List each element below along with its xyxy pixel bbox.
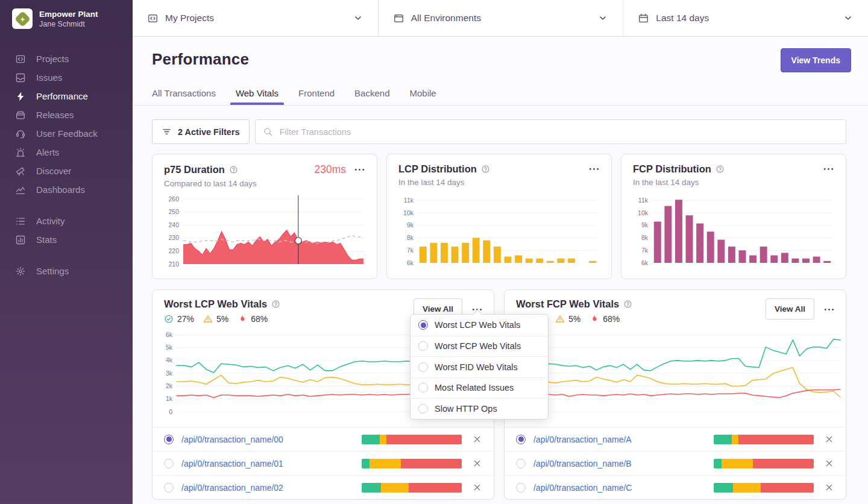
help-icon[interactable] xyxy=(229,165,238,174)
view-trends-button[interactable]: View Trends xyxy=(781,48,851,72)
option-radio[interactable] xyxy=(418,320,428,330)
card-title: LCP Distribution xyxy=(398,163,477,175)
option-radio[interactable] xyxy=(418,404,428,414)
transaction-link[interactable]: /api/0/transaction_name/C xyxy=(533,483,632,493)
chevron-down-icon xyxy=(353,13,363,24)
sidebar-item-label: Issues xyxy=(36,72,62,83)
sidebar-item-label: Performance xyxy=(36,91,88,101)
sidebar-item-label: Stats xyxy=(36,235,57,245)
sidebar-item-label: Settings xyxy=(36,266,69,276)
vital-percent: 68% xyxy=(603,314,620,324)
project-picker[interactable]: My Projects xyxy=(133,0,378,36)
tab-frontend[interactable]: Frontend xyxy=(298,88,335,105)
dropdown-option-worst-fid-web-vitals[interactable]: Worst FID Web Vitals xyxy=(410,356,548,377)
tab-all-transactions[interactable]: All Transactions xyxy=(152,88,216,105)
tab-web-vitals[interactable]: Web Vitals xyxy=(236,88,278,105)
close-icon[interactable] xyxy=(472,434,482,444)
option-radio[interactable] xyxy=(418,383,428,392)
worst-fcp-card: Worst FCP Web Vitals 27%5%68% View All 0… xyxy=(504,289,846,500)
tab-backend[interactable]: Backend xyxy=(354,88,389,105)
sidebar-item-issues[interactable]: Issues xyxy=(0,68,133,87)
help-icon[interactable] xyxy=(715,165,725,174)
card-title: Worst FCP Web Vitals xyxy=(516,298,619,310)
org-switcher[interactable]: Empower Plant Jane Schmidt xyxy=(0,0,133,29)
card-title: p75 Duration xyxy=(164,164,225,175)
svg-text:240: 240 xyxy=(168,221,179,228)
transaction-row: /api/0/transaction_name/02 xyxy=(153,475,494,499)
context-menu-icon[interactable] xyxy=(823,304,835,315)
fire-icon xyxy=(237,314,247,324)
summary-cards-row: p75 Duration 230ms Compared to last 14 d… xyxy=(152,154,846,279)
discover-icon xyxy=(15,166,26,177)
card-subtitle: In the last 14 days xyxy=(633,178,834,187)
svg-text:230: 230 xyxy=(168,234,179,241)
svg-text:8k: 8k xyxy=(641,234,649,241)
close-icon[interactable] xyxy=(472,458,482,468)
sidebar-nav: ProjectsIssuesPerformanceReleasesUser Fe… xyxy=(0,49,133,280)
sidebar-item-user-feedback[interactable]: User Feedback xyxy=(0,124,133,143)
row-radio[interactable] xyxy=(516,459,526,468)
dropdown-option-worst-lcp-web-vitals[interactable]: Worst LCP Web Vitals xyxy=(410,315,548,336)
environment-picker[interactable]: All Environments xyxy=(378,0,623,36)
dropdown-option-most-related-issues[interactable]: Most Related Issues xyxy=(410,377,548,398)
option-label: Slow HTTP Ops xyxy=(435,404,497,414)
row-radio[interactable] xyxy=(516,483,526,493)
row-radio[interactable] xyxy=(164,459,174,468)
transaction-link[interactable]: /api/0/transaction_name/B xyxy=(533,459,632,468)
vitals-distribution-bar xyxy=(714,483,814,493)
main-content: 2 Active Filters p75 Duration 230ms Comp… xyxy=(133,106,868,504)
search-input[interactable] xyxy=(256,120,846,143)
context-menu-icon[interactable] xyxy=(354,164,365,175)
tab-mobile[interactable]: Mobile xyxy=(409,88,436,105)
svg-text:220: 220 xyxy=(168,247,179,254)
close-icon[interactable] xyxy=(824,482,834,493)
sidebar: Empower Plant Jane Schmidt ProjectsIssue… xyxy=(0,0,133,504)
sidebar-item-settings[interactable]: Settings xyxy=(0,262,133,280)
svg-text:6k: 6k xyxy=(166,331,173,338)
context-menu-icon[interactable] xyxy=(823,163,834,175)
transaction-link[interactable]: /api/0/transaction_name/A xyxy=(533,435,632,444)
transaction-link[interactable]: /api/0/transaction_name/01 xyxy=(181,459,283,468)
svg-text:11k: 11k xyxy=(404,197,414,204)
sidebar-item-stats[interactable]: Stats xyxy=(0,230,133,249)
card-title: FCP Distribution xyxy=(633,163,711,175)
close-icon[interactable] xyxy=(472,482,482,493)
sidebar-item-discover[interactable]: Discover xyxy=(0,162,133,180)
worst-fcp-chart: 01k2k3k4k5k6k xyxy=(509,327,842,418)
sidebar-item-activity[interactable]: Activity xyxy=(0,212,133,230)
sidebar-item-projects[interactable]: Projects xyxy=(0,49,133,68)
option-radio[interactable] xyxy=(418,341,428,351)
page-title: Performance xyxy=(133,37,868,69)
releases-icon xyxy=(15,110,26,121)
row-radio[interactable] xyxy=(516,435,526,444)
row-radio[interactable] xyxy=(164,435,174,444)
vital-stat-yellow: 5% xyxy=(555,314,580,324)
close-icon[interactable] xyxy=(824,458,834,468)
dashboards-icon xyxy=(15,184,26,195)
date-range-picker[interactable]: Last 14 days xyxy=(623,0,868,36)
help-icon[interactable] xyxy=(481,165,490,174)
transaction-list: /api/0/transaction_name/A/api/0/transact… xyxy=(505,427,846,499)
dropdown-option-slow-http-ops[interactable]: Slow HTTP Ops xyxy=(410,398,548,419)
view-all-button[interactable]: View All xyxy=(766,298,814,320)
row-radio[interactable] xyxy=(164,483,174,493)
transaction-link[interactable]: /api/0/transaction_name/00 xyxy=(181,435,283,444)
sidebar-item-dashboards[interactable]: Dashboards xyxy=(0,180,133,199)
card-subtitle: Compared to last 14 days xyxy=(164,179,365,188)
dropdown-option-worst-fcp-web-vitals[interactable]: Worst FCP Web Vitals xyxy=(410,336,548,357)
svg-text:9k: 9k xyxy=(407,221,414,228)
help-icon[interactable] xyxy=(271,300,280,309)
sidebar-item-alerts[interactable]: Alerts xyxy=(0,143,133,162)
option-radio[interactable] xyxy=(418,362,428,372)
context-menu-icon[interactable] xyxy=(588,163,600,175)
sidebar-item-performance[interactable]: Performance xyxy=(0,87,133,106)
help-icon[interactable] xyxy=(623,300,632,309)
close-icon[interactable] xyxy=(824,434,834,444)
user-feedback-icon xyxy=(15,128,26,139)
sidebar-item-label: Activity xyxy=(36,216,65,226)
active-filters-button[interactable]: 2 Active Filters xyxy=(152,119,250,144)
check-circle-icon xyxy=(164,314,174,324)
transaction-link[interactable]: /api/0/transaction_name/02 xyxy=(181,483,283,493)
vitals-distribution-bar xyxy=(714,459,814,468)
sidebar-item-releases[interactable]: Releases xyxy=(0,106,133,124)
